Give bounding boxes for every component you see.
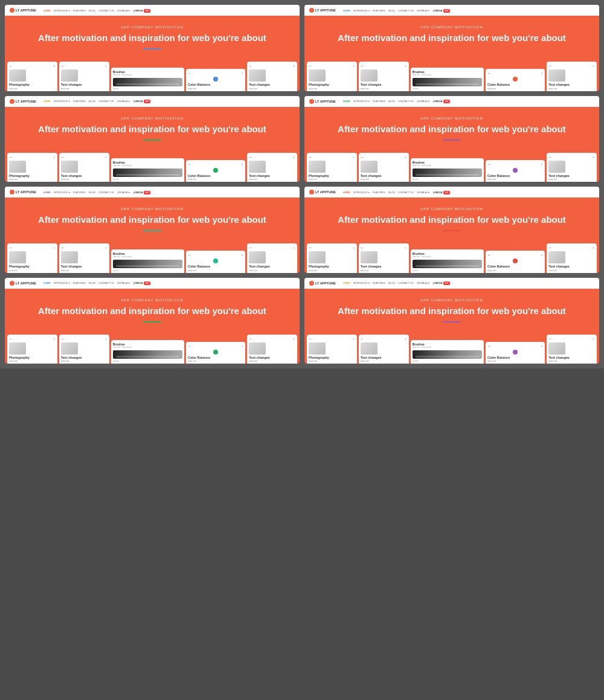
item-sublabel: new set (548, 178, 595, 181)
card-grid: LT APPTUNE HOMEINTRODUCE ▾FEATURESBLOGCO… (0, 0, 604, 368)
nav-link-5[interactable]: JOOMLA1 ▾ (117, 100, 130, 103)
nav-link-1[interactable]: INTRODUCE ▾ (54, 100, 70, 103)
nav-link-3[interactable]: BLOG (388, 100, 395, 103)
nav-link-1[interactable]: INTRODUCE ▾ (353, 281, 370, 284)
nav-link-1[interactable]: INTRODUCE ▾ (353, 9, 370, 12)
nav-link-3[interactable]: BLOG (388, 9, 395, 12)
nav-link-3[interactable]: BLOG (388, 281, 395, 284)
back-arrow-icon: ← (9, 246, 13, 249)
nav-link-1[interactable]: INTRODUCE ▾ (54, 9, 70, 12)
nav-mega[interactable]: @MEGA HOT (133, 100, 150, 103)
nav-link-2[interactable]: FEATURES (373, 281, 385, 284)
nav-mega[interactable]: @MEGA HOT (133, 281, 150, 284)
nav-logo[interactable]: LT APPTUNE (309, 8, 339, 13)
nav-link-5[interactable]: JOOMLA1 ▾ (117, 191, 130, 194)
nav-mega[interactable]: @MEGA HOT (433, 191, 450, 194)
nav-mega[interactable]: @MEGA HOT (433, 281, 450, 284)
item-sublabel: new set (188, 178, 243, 181)
nav-link-4[interactable]: CONTACT US (98, 9, 114, 12)
nav-link-4[interactable]: CONTACT US (398, 281, 414, 284)
nav-link-5[interactable]: JOOMLA1 ▾ (117, 9, 130, 12)
menu-icon: ≡ (53, 64, 55, 68)
item-sublabel: new set (9, 87, 56, 90)
nav-link-3[interactable]: BLOG (89, 100, 95, 103)
nav-link-1[interactable]: INTRODUCE ▾ (54, 191, 70, 194)
nav-link-0[interactable]: HOME (343, 9, 350, 12)
nav-link-0[interactable]: HOME (43, 100, 51, 103)
nav-link-1[interactable]: INTRODUCE ▾ (54, 281, 70, 284)
nav-link-5[interactable]: JOOMLA1 ▾ (417, 281, 430, 284)
logo-icon (309, 190, 314, 194)
brush-stroke-visual (413, 78, 482, 86)
nav-link-0[interactable]: HOME (43, 191, 51, 194)
logo-text: LT APPTUNE (315, 190, 336, 194)
nav-links: HOMEINTRODUCE ▾FEATURESBLOGCONTACT USJOO… (343, 9, 594, 12)
hero-title: After motivation and inspiration for web… (17, 124, 288, 135)
nav-link-4[interactable]: CONTACT US (98, 281, 114, 284)
nav-link-4[interactable]: CONTACT US (98, 191, 114, 194)
mockup-regular-item: ← ≡ Text changes new set (59, 62, 109, 91)
nav-logo[interactable]: LT APPTUNE (309, 99, 339, 104)
nav-link-0[interactable]: HOME (343, 191, 350, 194)
menu-icon: ≡ (242, 344, 243, 348)
nav-link-2[interactable]: FEATURES (373, 100, 385, 103)
nav-link-5[interactable]: JOOMLA1 ▾ (417, 100, 430, 103)
item-label: Color Balance (487, 174, 543, 178)
nav-link-5[interactable]: JOOMLA1 ▾ (117, 281, 130, 284)
nav-link-5[interactable]: JOOMLA1 ▾ (417, 9, 430, 12)
nav-link-3[interactable]: BLOG (388, 191, 395, 194)
nav-link-4[interactable]: CONTACT US (98, 100, 114, 103)
mockup-strip: ← ≡ Photography new set ← ≡ (304, 335, 599, 364)
nav-logo[interactable]: LT APPTUNE (10, 8, 40, 13)
back-arrow-icon: ← (548, 337, 552, 341)
item-label: Text changes (548, 83, 595, 87)
nav-link-3[interactable]: BLOG (89, 281, 95, 284)
mockup-regular-item: ← ≡ Text changes new set (547, 62, 597, 91)
nav-logo[interactable]: LT APPTUNE (309, 281, 339, 286)
nav-link-0[interactable]: HOME (343, 281, 350, 284)
item-sublabel: new set (548, 359, 595, 362)
navbar: LT APPTUNE HOMEINTRODUCE ▾FEATURESBLOGCO… (304, 187, 599, 197)
item-label: Photography (9, 356, 56, 360)
item-sublabel: new set (249, 359, 295, 362)
logo-text: LT APPTUNE (315, 100, 336, 103)
nav-link-2[interactable]: FEATURES (73, 191, 86, 194)
nav-link-4[interactable]: CONTACT US (398, 100, 414, 103)
nav-links: HOMEINTRODUCE ▾FEATURESBLOGCONTACT USJOO… (343, 281, 594, 284)
nav-link-2[interactable]: FEATURES (373, 9, 385, 12)
nav-link-0[interactable]: HOME (43, 281, 51, 284)
nav-link-4[interactable]: CONTACT US (398, 191, 414, 194)
nav-link-2[interactable]: FEATURES (73, 281, 86, 284)
hero-title: After motivation and inspiration for web… (316, 33, 587, 43)
hero-underline (443, 48, 461, 50)
nav-link-3[interactable]: BLOG (89, 9, 95, 12)
nav-mega[interactable]: @MEGA HOT (433, 100, 450, 103)
nav-link-1[interactable]: INTRODUCE ▾ (353, 100, 370, 103)
nav-logo[interactable]: LT APPTUNE (309, 190, 339, 194)
nav-mega[interactable]: @MEGA HOT (433, 9, 450, 12)
nav-link-0[interactable]: HOME (43, 9, 51, 12)
nav-logo[interactable]: LT APPTUNE (10, 190, 40, 194)
nav-mega[interactable]: @MEGA HOT (133, 191, 150, 194)
navbar: LT APPTUNE HOMEINTRODUCE ▾FEATURESBLOGCO… (5, 5, 300, 16)
nav-link-4[interactable]: CONTACT US (398, 9, 414, 12)
brushes-sub: new set · new brush (413, 346, 482, 348)
menu-icon: ≡ (593, 64, 595, 68)
nav-logo[interactable]: LT APPTUNE (10, 99, 40, 104)
back-arrow-icon: ← (309, 337, 312, 341)
nav-link-3[interactable]: BLOG (89, 191, 95, 194)
mockup-strip: ← ≡ Photography new set ← ≡ (304, 243, 599, 273)
hero-underline (443, 321, 461, 323)
nav-link-2[interactable]: FEATURES (73, 9, 86, 12)
nav-link-1[interactable]: INTRODUCE ▾ (353, 191, 370, 194)
nav-link-2[interactable]: FEATURES (73, 100, 86, 103)
nav-link-0[interactable]: HOME (343, 100, 350, 103)
nav-mega[interactable]: @MEGA HOT (133, 9, 150, 12)
item-label: Photography (309, 265, 355, 269)
nav-logo[interactable]: LT APPTUNE (10, 281, 40, 286)
mockup-regular-item: ← ≡ Text changes new set (359, 62, 409, 91)
nav-link-2[interactable]: FEATURES (373, 191, 385, 194)
item-sublabel: new set (61, 178, 108, 181)
nav-hot-badge: HOT (144, 281, 150, 285)
nav-link-5[interactable]: JOOMLA1 ▾ (417, 191, 430, 194)
